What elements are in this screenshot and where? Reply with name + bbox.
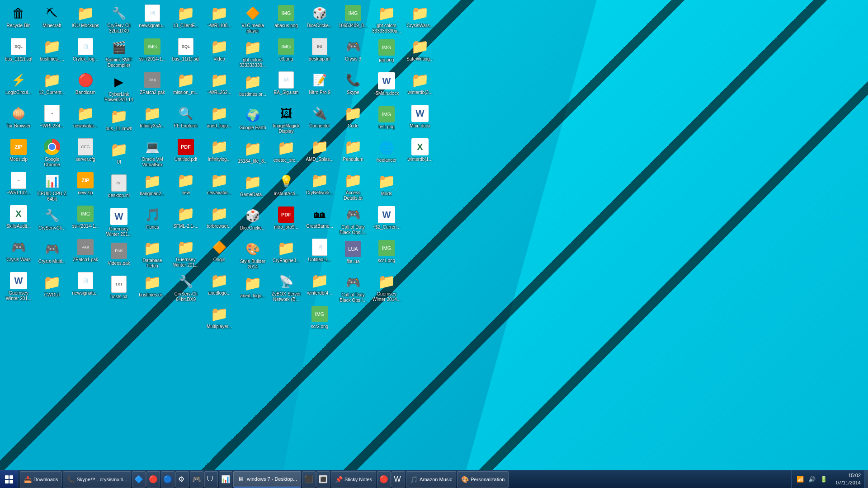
desktop-icon-greatbarne[interactable]: 🏘 GreatBarne... <box>303 203 336 235</box>
desktop-icon-logiccircuit[interactable]: ⚡ LogicCircui... <box>2 69 35 102</box>
desktop-icon-dicecricket2[interactable]: 🎲 DiceCricke... <box>303 2 336 35</box>
desktop-icon-newavatar1[interactable]: 📁 newavatar... <box>69 103 102 135</box>
taskbar-app-app3[interactable]: 🔷 <box>132 471 146 488</box>
desktop-icon-origin[interactable]: 🔶 Origin <box>203 236 236 269</box>
desktop-icon-scr2-png[interactable]: IMG scr2.png <box>303 303 336 336</box>
desktop-icon-sfml21[interactable]: 📁 SFML-2.1-... <box>170 203 202 235</box>
desktop-icon-skype[interactable]: 📞 Skype <box>337 69 369 102</box>
desktop-icon-crysrv-cli[interactable]: 🔧 CryServ-Cli... <box>36 205 68 237</box>
tray-volume[interactable]: 🔊 <box>807 475 817 483</box>
desktop-icon-crytek-log[interactable]: 📄 Crytek_log... <box>69 36 102 68</box>
desktop-icon-oracle-vm[interactable]: 💻 Oracle VM VirtualBox <box>136 136 169 169</box>
desktop-icon-bus11-sql[interactable]: SQL bus_11(2).sql <box>2 36 35 68</box>
desktop-icon-crysiswars2[interactable]: 📁 CrysisWars... <box>404 2 436 35</box>
desktop-icon-cryengine3[interactable]: 📁 CryEngine3... <box>270 237 302 270</box>
desktop-icon-style-builder[interactable]: 🎨 Style Builder 2014 <box>236 238 269 272</box>
desktop-icon-torbrowser[interactable]: 📁 torbrowser... <box>203 203 236 235</box>
desktop-icon-guernsey-w2[interactable]: W Guernsey Winter 201... <box>103 206 135 239</box>
start-button[interactable] <box>0 470 18 488</box>
desktop-icon-recycle-bin[interactable]: 🗑 Recycle Bin <box>2 2 35 35</box>
desktop-icon-itunes[interactable]: 🎵 iTunes <box>136 204 169 236</box>
desktop-icon-gbt-colors2[interactable]: 📁 gbt colors 333333330p... <box>370 2 403 36</box>
taskbar-app-app14[interactable]: 🔴 <box>377 471 391 488</box>
taskbar-app-app11[interactable]: ⬛ <box>302 471 316 488</box>
desktop-icon-exetoc[interactable]: 📁 exetoc_src... <box>270 137 302 169</box>
desktop-icon-test-png[interactable]: IMG test.png <box>370 103 403 136</box>
desktop-icon-wrl234[interactable]: ~ ~WRL234... <box>36 103 68 135</box>
desktop-icon-cyberlink[interactable]: ▶ CyberLink PowerDVD 14 <box>103 71 135 104</box>
desktop-icon-hosts-txt[interactable]: TXT hosts.txt <box>103 273 135 306</box>
desktop-icon-ss2014-2[interactable]: IMG ss+(2014-1... <box>136 36 169 68</box>
taskbar-app-app7[interactable]: 🎮 <box>190 471 203 488</box>
desktop-icon-server-cfg[interactable]: CFG server.cfg <box>69 136 102 169</box>
desktop-icon-anedlogo2[interactable]: 📁 anedlogo... <box>203 270 236 302</box>
desktop-icon-wrl132-zip[interactable]: ~ ~WRL132... <box>2 169 35 202</box>
taskbar-app-sticky-notes[interactable]: 📌 Sticky Notes <box>331 471 376 488</box>
taskbar-app-app5[interactable]: 🔵 <box>161 471 175 488</box>
show-desktop-button[interactable] <box>864 470 868 488</box>
desktop-icon-crysis-wars[interactable]: 🎮 Crysis Wars <box>2 236 35 269</box>
desktop-icon-pe-explorer[interactable]: 🔍 PE Explorer <box>170 103 202 135</box>
desktop-icon-pendulum[interactable]: 📁 Pendulum <box>337 136 369 169</box>
taskbar-app-amazon-music[interactable]: 🎵 Amazon Music <box>406 471 456 488</box>
tray-network[interactable]: 📶 <box>795 475 805 483</box>
desktop-icon-safewriting[interactable]: 📁 SafeWriting... <box>404 36 436 68</box>
desktop-icon-newavatar2[interactable]: 📁 newavatar... <box>203 169 236 202</box>
desktop-icon-bus11imwb[interactable]: 📁 bus_11.imwb <box>103 105 135 138</box>
taskbar-app-app6[interactable]: ⚙ <box>175 471 189 488</box>
desktop-icon-nitro-pro9-2[interactable]: 📝 Nitro Pro 9 <box>303 69 336 102</box>
desktop-icon-zybox[interactable]: 📡 ZyBOX Server Network (B... <box>270 271 302 304</box>
desktop-icon-15184-file[interactable]: 📁 15184_file_8... <box>236 138 269 170</box>
desktop-icon-jap-png[interactable]: IMG jap.png <box>370 37 403 69</box>
desktop-icon-file-lua[interactable]: LUA file.lua <box>337 238 369 271</box>
desktop-icon-gamedata[interactable]: 📁 GameData... <box>236 171 269 204</box>
desktop-icon-aned-logo2[interactable]: 📁 aned_logo... <box>236 272 269 305</box>
desktop-icon-cryserv64-9[interactable]: 🔧 CryServ-Cli 64bit.DX9 <box>170 271 202 304</box>
taskbar-app-personalization[interactable]: 🎨 Personalization <box>457 471 509 488</box>
desktop-icon-zpatch1pak[interactable]: PAK ZPatch1.pak <box>69 236 102 269</box>
desktop-icon-new-folder[interactable]: 📁 new <box>170 169 202 202</box>
desktop-icon-ui[interactable]: 📁 UI <box>103 139 135 171</box>
taskbar-app-app9[interactable]: 📊 <box>219 471 232 488</box>
desktop-icon-aned-logo[interactable]: 📁 aned_logo... <box>203 103 236 135</box>
desktop-icon-scr1-png[interactable]: IMG scr1.png <box>370 237 403 270</box>
desktop-icon-cod-blackops2[interactable]: 🎮 Call of Duty Black Ops I... <box>337 272 369 305</box>
desktop-icon-infinityxsa[interactable]: 📁 InfinityXsA... <box>136 103 169 135</box>
desktop-icon-new-zip[interactable]: ZIP new.zip <box>69 169 102 202</box>
taskbar-app-skype-app[interactable]: 📞 Skype™ - crysismulti... <box>63 471 131 488</box>
clock[interactable]: 15:02 07/11/2014 <box>832 472 864 486</box>
desktop-icon-instantact[interactable]: 💡 InstantActi... <box>270 170 302 203</box>
desktop-icon-database-fetch[interactable]: 📁 Database Fetch <box>136 237 169 271</box>
desktop-icon-video[interactable]: 📁 Video <box>203 36 236 68</box>
tray-battery[interactable]: 🔋 <box>819 475 829 483</box>
desktop-icon-bustimes-or2[interactable]: 📁 bustimes.or... <box>236 71 269 103</box>
desktop-icon-cod-blackops[interactable]: 🎮 Call of Duty Black Ops I... <box>337 204 369 237</box>
desktop-icon-nitro-pro9[interactable]: PDF nitro_pro9... <box>270 204 302 236</box>
desktop-icon-ea-sig-usm[interactable]: 📄 EA_Sig.usm <box>270 69 302 102</box>
desktop-icon-access-details[interactable]: 📁 Access Details.bt <box>337 169 369 203</box>
desktop-icon-winterdb1[interactable]: X winterdb(1... <box>404 136 436 169</box>
desktop-icon-wrl108[interactable]: 📁 ~WRL108... <box>203 2 236 35</box>
taskbar-app-app12[interactable]: 🔳 <box>316 471 330 488</box>
desktop-icon-desktop-ini2[interactable]: INI desktop.ini <box>303 36 336 68</box>
desktop-icon-newsignatu[interactable]: 📄 newsignatu... <box>69 270 102 302</box>
desktop-icon-vlc[interactable]: 🔶 VLC media player <box>236 2 269 36</box>
desktop-icon-c3-png[interactable]: IMG c3.png <box>270 36 302 68</box>
desktop-icon-iou-mockups[interactable]: 📁 IOU Mockups <box>69 2 102 35</box>
desktop-icon-mods-zip[interactable]: ZIP Mods.zip <box>2 136 35 169</box>
desktop-icon-13-client[interactable]: 📁 13_ClientE... <box>170 2 202 35</box>
desktop-icon-google-chrome[interactable]: Google Chrome <box>36 136 68 169</box>
desktop-icon-google-earth[interactable]: 🌍 Google Earth <box>236 104 269 137</box>
desktop-icon-guernsey-w3[interactable]: 📁 Guernsey Winter 201... <box>170 236 202 270</box>
desktop-icon-imagemagick[interactable]: 🖼 ImageMagick Display <box>270 103 302 136</box>
desktop-icon-cwgui[interactable]: 📁 CWGUI <box>36 272 68 304</box>
desktop-icon-cryserv32[interactable]: 🔧 CryServ-Cli 32bit.DX9 <box>103 2 135 36</box>
desktop-icon-10653409[interactable]: IMG 10653409_8... <box>337 2 369 35</box>
desktop-icon-wrl262[interactable]: 📁 ~WRL262... <box>203 69 236 102</box>
desktop-icon-smain-docx[interactable]: W -$Main.docx <box>370 70 403 103</box>
desktop-icon-bustimes-or[interactable]: 📁 bustimes.or... <box>136 272 169 304</box>
desktop-icon-winterdb3[interactable]: 📁 winterdb(3... <box>404 69 436 102</box>
desktop-icon-gbt-colors[interactable]: 📁 gbt colors 333333330... <box>236 37 269 70</box>
desktop-icon-tor-browser[interactable]: 🧅 Tor Browser <box>2 103 35 135</box>
desktop-icon-zpatch2pak[interactable]: PAK ZPatch2.pak <box>136 69 169 102</box>
